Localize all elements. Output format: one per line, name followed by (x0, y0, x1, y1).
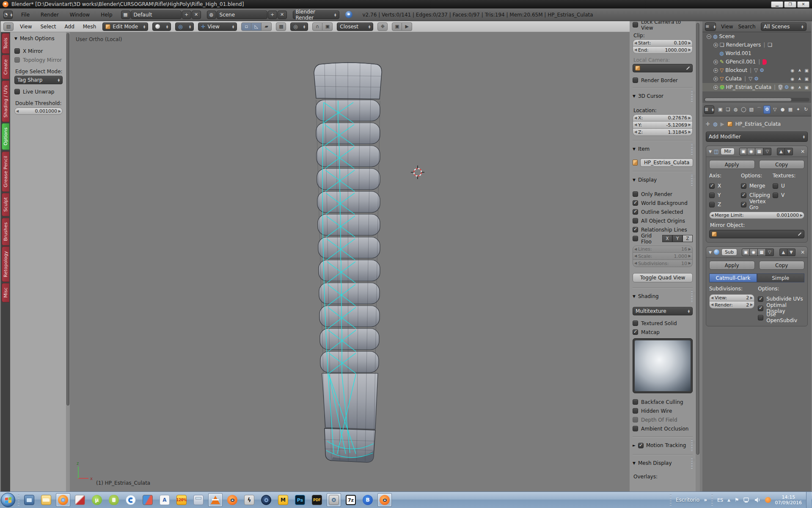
cursor-y-field[interactable]: ◀Y:-5.12069▶ (633, 121, 693, 129)
toggle-quad-view-button[interactable]: Toggle Quad View (633, 273, 693, 282)
taskbar-screenshot-tool[interactable] (327, 493, 341, 507)
delete-modifier-button[interactable]: ✕ (801, 249, 805, 255)
viewport-shading-select[interactable]: ▲▼ (152, 22, 171, 31)
backface-culling-checkbox[interactable]: Backface Culling (633, 398, 693, 406)
tab-options[interactable]: Options (2, 123, 9, 150)
cursor-x-field[interactable]: ◀X:0.27676▶ (633, 114, 693, 121)
taskbar-utility-knife[interactable] (73, 493, 87, 507)
shading-panel-header[interactable]: ▼Shading∷∷ (633, 291, 693, 302)
subdivision-type-catmull-clark[interactable]: Catmull-Clark (709, 273, 757, 282)
opengl-render-anim-icon[interactable]: ▶ (402, 22, 412, 31)
motion-tracking-checkbox[interactable] (638, 443, 644, 448)
move-modifier-down-button[interactable]: ▼ (785, 148, 793, 155)
taskbar-pdf-app[interactable]: PDF (310, 493, 324, 507)
x-mirror-box[interactable] (14, 48, 20, 54)
layout-add-button[interactable]: + (182, 11, 191, 19)
expand-icon[interactable]: + (713, 85, 718, 90)
toolbar-chevron[interactable]: » (704, 497, 707, 503)
outliner-menu-search[interactable]: Search (738, 24, 755, 30)
n-panel-scrollbar[interactable] (696, 21, 700, 491)
mirror-copy-button[interactable]: Copy (759, 160, 805, 169)
taskbar-calculator[interactable] (191, 493, 206, 507)
editor-type-properties-button[interactable]: ≣▲▼ (704, 105, 714, 114)
scene-add-button[interactable]: + (268, 11, 277, 19)
tab-grease-pencil[interactable]: Grease Pencil (2, 151, 9, 192)
editor-type-info-button[interactable]: ◔▲▼ (3, 11, 13, 19)
editor-type-3dview-button[interactable]: ▧ (3, 22, 14, 31)
outliner-row-scene[interactable]: − ◍ Scene (702, 32, 811, 41)
editmode-visibility-toggle[interactable]: ▦ (758, 248, 766, 256)
volume-icon[interactable] (754, 497, 761, 503)
opengl-render-icon[interactable]: ▣ (392, 22, 402, 31)
layout-delete-button[interactable]: ✕ (192, 11, 201, 19)
mirror-apply-button[interactable]: Apply (709, 160, 755, 169)
limit-to-visible-icon[interactable]: ▩ (276, 22, 286, 31)
snap-target-select[interactable]: Closest▲▼ (337, 22, 373, 31)
subsurf-apply-button[interactable]: Apply (709, 261, 755, 270)
use-opensubdiv-checkbox[interactable]: Use OpenSubdiv (758, 313, 804, 322)
tab-render-layers[interactable]: ❏ (724, 105, 731, 114)
edge-select-icon[interactable]: ◺ (251, 22, 261, 31)
face-select-icon[interactable]: ▰ (261, 22, 272, 31)
taskbar-blender-shortcut[interactable] (225, 493, 239, 507)
visibility-eye-icon[interactable]: ◉ (790, 77, 794, 81)
all-object-origins-checkbox[interactable]: All Object Origins (633, 216, 693, 225)
taskbar-7zip[interactable]: 7z (344, 493, 358, 507)
tab-material[interactable]: ● (779, 105, 786, 114)
close-button[interactable]: ✕ (797, 1, 809, 8)
selectability-arrow-icon[interactable]: ➤ (797, 69, 802, 72)
grid-axis-z-button[interactable]: Z (683, 235, 693, 242)
render-visibility-toggle[interactable]: ▣ (739, 148, 747, 155)
editmode-visibility-toggle[interactable]: ▦ (755, 148, 763, 155)
screen-layout-icon[interactable]: ▦ (121, 11, 130, 19)
tab-brushes[interactable]: Brushes (2, 218, 9, 246)
antivirus-tray-icon[interactable] (765, 497, 771, 503)
mirror-axis-z[interactable]: Z (709, 200, 741, 209)
tab-world[interactable]: ◯ (740, 105, 747, 114)
local-camera-field[interactable] (633, 64, 693, 72)
taskbar-clock[interactable]: 14:15 07/09/2016 (775, 494, 802, 505)
menu-help[interactable]: Help (98, 11, 115, 19)
tab-object-data[interactable]: ▽ (771, 105, 778, 114)
expand-icon[interactable]: + (713, 68, 718, 73)
move-modifier-up-button[interactable]: ▲ (779, 248, 787, 256)
viewport-visibility-toggle[interactable]: ◉ (747, 148, 755, 155)
outliner-horizontal-scrollbar[interactable] (704, 98, 809, 102)
renderability-camera-icon[interactable]: ▣ (805, 85, 809, 90)
tab-render[interactable]: ▣ (717, 105, 724, 114)
taskbar-bluetooth[interactable]: B (361, 493, 375, 507)
outliner-row-gpencil[interactable]: + ✎ GPencil.001 | (702, 58, 811, 66)
minimize-button[interactable]: ▁ (771, 1, 783, 8)
subsurf-view-slider[interactable]: ◀View:2▶ (709, 294, 754, 301)
tab-object[interactable]: ▧ (748, 105, 755, 114)
taskbar-runner-app[interactable]: ϟ (242, 493, 256, 507)
mirror-vertex-groups[interactable]: Vertex Gro (741, 200, 773, 209)
item-name-field[interactable]: HP_Estrias_Culata (640, 158, 693, 167)
menu-window[interactable]: Window (67, 11, 92, 19)
tool-shelf-scrollbar[interactable] (66, 32, 70, 491)
mirror-axis-y[interactable]: Y (709, 190, 741, 200)
tab-sculpt[interactable]: Sculpt (2, 193, 9, 216)
subsurf-render-slider[interactable]: ◀Render:2▶ (709, 301, 754, 309)
desktop-toolbar-label[interactable]: Escritorio (676, 497, 699, 503)
subsurf-modifier-name-field[interactable]: Sub (721, 248, 737, 256)
show-hidden-icons-button[interactable]: ▲ (727, 498, 730, 502)
mirror-axis-x[interactable]: X (709, 181, 741, 190)
maximize-button[interactable]: ❐ (784, 1, 796, 8)
taskbar-defender-tool[interactable] (140, 493, 155, 507)
taskbar-lens-app[interactable] (259, 493, 273, 507)
network-icon[interactable] (743, 497, 750, 503)
lock-camera-checkbox[interactable]: Lock Camera to View (633, 21, 693, 29)
x-mirror-checkbox[interactable]: X Mirror (14, 47, 63, 55)
outliner-menu-view[interactable]: View (721, 24, 733, 30)
add-modifier-select[interactable]: Add Modifier▲▼ (706, 132, 808, 142)
outliner-scope-select[interactable]: All Scenes▲▼ (761, 22, 806, 31)
mirror-object-field[interactable] (709, 230, 804, 238)
visibility-eye-icon[interactable]: ◉ (790, 85, 794, 90)
hidden-wire-checkbox[interactable]: Hidden Wire (633, 406, 693, 415)
matcap-preview[interactable] (633, 338, 693, 393)
mesh-display-panel-header[interactable]: ▼Mesh Display∷∷ (633, 458, 693, 469)
mesh-options-header[interactable]: ▼ Mesh Options (14, 36, 63, 41)
edge-select-mode-select[interactable]: Tag Sharp▲▼ (14, 76, 63, 84)
expand-icon[interactable]: + (713, 77, 718, 81)
